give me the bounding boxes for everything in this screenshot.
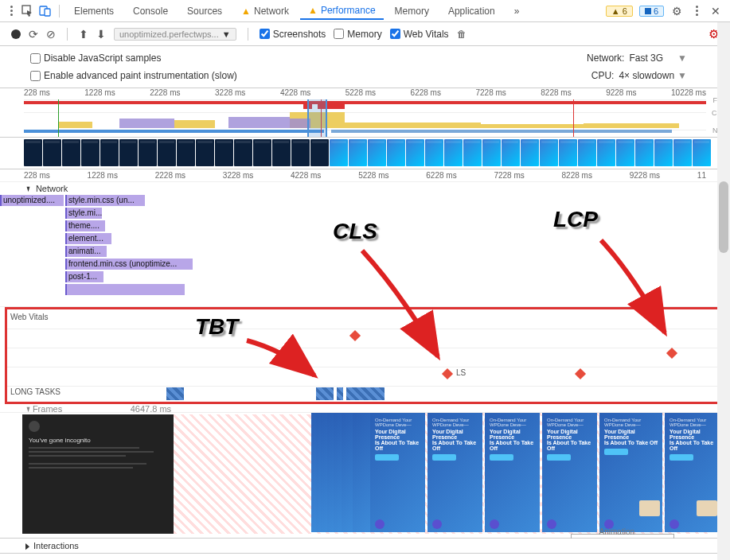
dock-menu-icon[interactable] <box>5 6 18 16</box>
ls-label: LS <box>456 368 466 377</box>
interactions-section[interactable]: ▶ Interactions Animation <box>0 538 730 554</box>
overview-filmstrip[interactable] <box>0 138 730 169</box>
network-request-bar[interactable]: element... <box>65 233 111 244</box>
disable-js-checkbox[interactable]: Disable JavaScript samples <box>30 52 161 64</box>
tab-sources[interactable]: Sources <box>179 2 230 20</box>
network-select[interactable]: Fast 3G▼ <box>629 52 687 64</box>
perf-toolbar: ⟳ ⊘ ⬆ ⬇ unoptimized.perfectwps...▼ Scree… <box>0 22 730 46</box>
long-task-bar[interactable] <box>316 387 334 400</box>
reload-record-button[interactable]: ⟳ <box>29 28 38 41</box>
network-request-bar[interactable]: style.mi... <box>65 208 102 219</box>
fcp-marker[interactable] <box>349 330 361 341</box>
long-tasks-label: LONG TASKS <box>10 387 61 396</box>
device-toggle-icon[interactable] <box>38 4 53 18</box>
frames-filmstrip[interactable]: You've gone incognito On-Demand Your WPD… <box>0 412 730 538</box>
frames-section-header[interactable]: ▼Frames 4647.8 ms <box>0 404 730 412</box>
network-request-bar[interactable]: post-1... <box>65 271 103 282</box>
tab-more[interactable]: » <box>506 2 528 20</box>
tab-elements[interactable]: Elements <box>66 2 122 20</box>
webvitals-checkbox[interactable]: Web Vitals <box>390 29 449 40</box>
capture-options: Disable JavaScript samples Network: Fast… <box>0 46 730 88</box>
long-task-bar[interactable] <box>166 387 184 400</box>
screenshots-checkbox[interactable]: Screenshots <box>260 29 326 40</box>
adv-paint-checkbox[interactable]: Enable advanced paint instrumentation (s… <box>30 70 237 81</box>
tab-application[interactable]: Application <box>440 2 503 20</box>
long-task-bar[interactable] <box>346 387 385 400</box>
timeline: 228 ms1228 ms2228 ms3228 ms4228 ms5228 m… <box>0 169 730 554</box>
close-icon[interactable]: ✕ <box>706 5 725 18</box>
devtools-tabbar: Elements Console Sources ▲Network ▲Perfo… <box>0 0 730 22</box>
web-vitals-section[interactable]: Web Vitals LS LONG TASKS <box>5 307 725 404</box>
inspect-icon[interactable] <box>21 4 35 18</box>
cls-marker[interactable] <box>442 368 453 379</box>
web-vitals-label: Web Vitals <box>10 313 48 321</box>
network-request-bar[interactable]: theme.... <box>65 220 105 231</box>
upload-icon[interactable]: ⬆ <box>79 28 88 41</box>
details-tabs: Summary Bottom-Up Call Tree Event Log <box>0 554 730 560</box>
network-section[interactable]: ▼Network unoptimized....style.min.css (u… <box>0 182 730 307</box>
cls-marker-2[interactable] <box>575 368 586 379</box>
clear-button[interactable]: ⊘ <box>46 28 56 41</box>
overview-ticks: 228 ms1228 ms2228 ms3228 ms4228 ms5228 m… <box>24 88 706 99</box>
network-label: Network: <box>587 52 624 64</box>
record-button[interactable] <box>11 29 21 39</box>
gc-icon[interactable]: 🗑 <box>457 29 466 40</box>
network-request-bar[interactable] <box>65 284 185 295</box>
svg-rect-2 <box>45 9 50 16</box>
tab-network[interactable]: ▲Network <box>233 2 297 20</box>
cpu-select[interactable]: 4× slowdown▼ <box>619 70 687 81</box>
settings-icon[interactable]: ⚙ <box>667 5 687 18</box>
warnings-badge[interactable]: ▲ 6 <box>606 6 633 17</box>
long-task-bar[interactable] <box>337 387 343 400</box>
tab-performance[interactable]: ▲Performance <box>300 2 384 20</box>
profile-file-chip[interactable]: unoptimized.perfectwps...▼ <box>114 28 236 41</box>
network-request-bar[interactable]: unoptimized.... <box>0 195 64 206</box>
info-badge[interactable]: 6 <box>639 6 664 17</box>
more-menu-icon[interactable] <box>690 6 703 16</box>
network-request-bar[interactable]: frontend.min.css (unoptimize... <box>65 259 193 270</box>
network-request-bar[interactable]: style.min.css (un... <box>65 195 145 206</box>
tab-memory[interactable]: Memory <box>387 2 437 20</box>
lcp-marker[interactable] <box>666 348 677 359</box>
cpu-label: CPU: <box>591 70 615 81</box>
animation-label: Animation <box>599 527 634 536</box>
overview-strip[interactable]: 228 ms1228 ms2228 ms3228 ms4228 ms5228 m… <box>0 88 730 138</box>
tab-console[interactable]: Console <box>125 2 176 20</box>
download-icon[interactable]: ⬇ <box>96 28 106 41</box>
timeline-ticks: 228 ms1228 ms2228 ms3228 ms4228 ms5228 m… <box>0 169 730 182</box>
network-request-bar[interactable]: animati... <box>65 246 107 257</box>
memory-checkbox[interactable]: Memory <box>334 29 381 40</box>
scrollbar[interactable] <box>717 22 730 560</box>
